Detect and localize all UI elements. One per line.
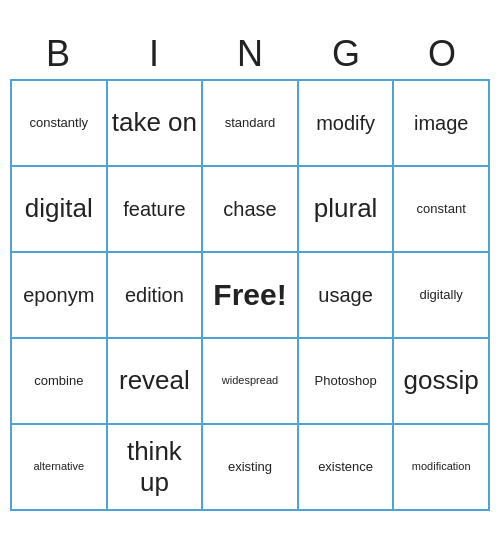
cell-r4-c0: alternative <box>12 425 108 511</box>
cell-r1-c0: digital <box>12 167 108 253</box>
header-letter: N <box>206 33 294 75</box>
cell-r0-c2: standard <box>203 81 299 167</box>
cell-r3-c2: widespread <box>203 339 299 425</box>
cell-r4-c1: think up <box>108 425 204 511</box>
cell-r0-c1: take on <box>108 81 204 167</box>
cell-r2-c1: edition <box>108 253 204 339</box>
cell-r4-c4: modification <box>394 425 490 511</box>
cell-r1-c2: chase <box>203 167 299 253</box>
header-letter: B <box>14 33 102 75</box>
cell-r2-c0: eponym <box>12 253 108 339</box>
cell-r3-c4: gossip <box>394 339 490 425</box>
cell-r0-c4: image <box>394 81 490 167</box>
cell-r2-c2: Free! <box>203 253 299 339</box>
header-letter: O <box>398 33 486 75</box>
cell-r0-c0: constantly <box>12 81 108 167</box>
bingo-card: BINGO constantlytake onstandardmodifyima… <box>10 33 490 511</box>
bingo-grid: constantlytake onstandardmodifyimagedigi… <box>10 79 490 511</box>
header-letter: G <box>302 33 390 75</box>
cell-r3-c3: Photoshop <box>299 339 395 425</box>
header-letter: I <box>110 33 198 75</box>
cell-r4-c2: existing <box>203 425 299 511</box>
bingo-header: BINGO <box>10 33 490 75</box>
cell-r1-c3: plural <box>299 167 395 253</box>
cell-r3-c1: reveal <box>108 339 204 425</box>
cell-r2-c4: digitally <box>394 253 490 339</box>
cell-r2-c3: usage <box>299 253 395 339</box>
cell-r1-c1: feature <box>108 167 204 253</box>
cell-r1-c4: constant <box>394 167 490 253</box>
cell-r4-c3: existence <box>299 425 395 511</box>
cell-r0-c3: modify <box>299 81 395 167</box>
cell-r3-c0: combine <box>12 339 108 425</box>
